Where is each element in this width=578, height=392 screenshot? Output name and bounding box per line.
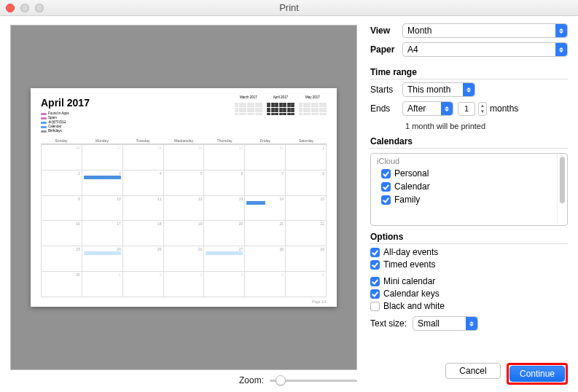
- continue-highlight: Continue: [507, 363, 568, 385]
- months-count-input[interactable]: [458, 102, 475, 116]
- page-preview: April 2017 Found in Apps Spam 本国节假日 Cale…: [31, 88, 337, 307]
- textsize-label: Text size:: [370, 318, 407, 329]
- select-arrows-icon: [441, 102, 453, 115]
- options-column: View Month Paper A4 Time range Starts Th…: [364, 16, 578, 392]
- calendars-heading: Calendars: [370, 136, 568, 149]
- checkbox-icon[interactable]: [370, 248, 380, 257]
- ends-select[interactable]: After: [402, 101, 453, 116]
- select-arrows-icon: [555, 43, 567, 56]
- starts-select[interactable]: This month: [402, 82, 475, 97]
- dialog-content: April 2017 Found in Apps Spam 本国节假日 Cale…: [0, 16, 578, 392]
- option-calendar-keys[interactable]: Calendar keys: [370, 289, 568, 299]
- paper-select[interactable]: A4: [402, 42, 568, 57]
- select-arrows-icon: [463, 83, 474, 96]
- zoom-window-button: [35, 4, 44, 12]
- checkbox-icon[interactable]: [381, 169, 391, 179]
- months-unit: months: [490, 103, 518, 114]
- checkbox-icon[interactable]: [370, 289, 380, 299]
- traffic-lights: [6, 4, 44, 12]
- option-mini-calendar[interactable]: Mini calendar: [370, 276, 568, 286]
- slider-thumb[interactable]: [276, 375, 286, 385]
- close-window-button[interactable]: [6, 4, 15, 12]
- checkbox-icon[interactable]: [381, 182, 391, 192]
- paper-label: Paper: [370, 44, 402, 55]
- zoom-slider[interactable]: [270, 375, 357, 386]
- time-range-heading: Time range: [370, 67, 568, 79]
- option-allday[interactable]: All-day events: [370, 247, 568, 257]
- option-timed[interactable]: Timed events: [370, 259, 568, 270]
- zoom-label: Zoom:: [239, 375, 264, 385]
- calendar-item-family[interactable]: Family: [377, 193, 551, 206]
- preview-column: April 2017 Found in Apps Spam 本国节假日 Cale…: [0, 16, 364, 392]
- calendars-scrollbar[interactable]: [557, 154, 567, 225]
- mini-calendars: March 2017 April 2017 May 2017: [235, 95, 327, 115]
- calendar-item-calendar[interactable]: Calendar: [377, 180, 551, 193]
- view-select[interactable]: Month: [402, 23, 568, 38]
- checkbox-icon[interactable]: [370, 277, 380, 286]
- titlebar: Print: [0, 0, 578, 16]
- calendar-grid: 2627282930311234567891011121314151617181…: [41, 144, 327, 297]
- preview-frame: April 2017 Found in Apps Spam 本国节假日 Cale…: [10, 25, 357, 370]
- starts-label: Starts: [370, 85, 402, 95]
- continue-button[interactable]: Continue: [509, 366, 565, 382]
- calendar-keys: Found in Apps Spam 本国节假日 Calendar Birthd…: [41, 111, 327, 133]
- zoom-row: Zoom:: [10, 375, 357, 386]
- options-heading: Options: [370, 232, 568, 244]
- select-arrows-icon: [555, 24, 567, 37]
- select-arrows-icon: [466, 317, 477, 330]
- checkbox-icon[interactable]: [370, 260, 380, 270]
- checkbox-icon[interactable]: [381, 195, 391, 205]
- calendar-item-personal[interactable]: Personal: [377, 167, 551, 180]
- option-black-white[interactable]: Black and white: [370, 301, 568, 311]
- day-of-week-header: SundayMondayTuesdayWednesdayThursdayFrid…: [41, 138, 327, 144]
- time-range-hint: 1 month will be printed: [405, 122, 568, 130]
- page-footer: Page 1/1: [312, 299, 327, 304]
- checkbox-icon[interactable]: [370, 302, 380, 311]
- calendars-list-box: iCloud Personal Calendar Family: [370, 153, 568, 226]
- minimize-window-button: [20, 4, 29, 12]
- textsize-select[interactable]: Small: [413, 316, 478, 331]
- ends-label: Ends: [370, 103, 402, 114]
- window-title: Print: [279, 2, 299, 13]
- view-label: View: [370, 26, 402, 36]
- months-stepper[interactable]: ▲▼: [478, 102, 487, 116]
- calendar-group-label: iCloud: [377, 157, 551, 165]
- cancel-button[interactable]: Cancel: [445, 363, 501, 379]
